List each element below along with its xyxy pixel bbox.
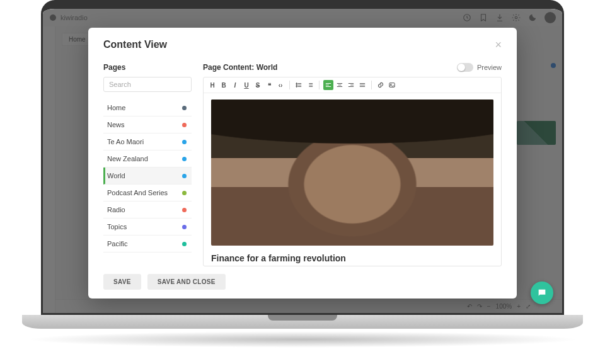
page-item-world[interactable]: World [103, 168, 192, 185]
page-item-label: Topics [107, 223, 127, 230]
toolbar-unordered-list[interactable] [294, 80, 304, 90]
save-button[interactable]: SAVE [103, 274, 141, 290]
svg-point-7 [296, 86, 297, 88]
page-item-label: Home [107, 104, 125, 111]
page-item-status-dot [182, 106, 187, 110]
page-item-radio[interactable]: Radio [103, 202, 192, 219]
page-item-status-dot [182, 225, 187, 229]
page-item-topics[interactable]: Topics [103, 219, 192, 236]
toolbar-quote[interactable]: ❝ [264, 80, 274, 90]
page-item-label: New Zealand [107, 155, 148, 162]
content-header-title: Page Content: World [203, 63, 277, 72]
pages-heading: Pages [103, 63, 192, 72]
toolbar-align-center[interactable] [335, 80, 345, 90]
page-item-label: Pacific [107, 240, 127, 247]
page-item-podcast-and-series[interactable]: Podcast And Series [103, 185, 192, 202]
toolbar-underline[interactable]: U [241, 80, 251, 90]
page-item-home[interactable]: Home [103, 100, 192, 117]
toolbar-code[interactable]: ‹› [275, 80, 285, 90]
toolbar-link[interactable] [376, 80, 386, 90]
preview-control: Preview [457, 63, 502, 72]
page-item-te-ao-maori[interactable]: Te Ao Maori [103, 134, 192, 151]
page-item-pacific[interactable]: Pacific [103, 236, 192, 253]
page-item-label: World [107, 172, 125, 179]
preview-label: Preview [477, 64, 502, 71]
toolbar-ordered-list[interactable] [305, 80, 315, 90]
editor: H B I U S ❝ ‹› [203, 77, 502, 266]
page-item-status-dot [182, 242, 187, 246]
toolbar-align-left[interactable] [323, 80, 333, 90]
content-view-modal: Content View × Pages HomeNewsTe Ao Maori… [88, 28, 517, 299]
page-item-label: Radio [107, 206, 125, 213]
toolbar-image[interactable] [387, 80, 397, 90]
article-title[interactable]: Finance for a farming revolution [211, 253, 493, 263]
toolbar-align-justify[interactable] [357, 80, 367, 90]
toolbar-heading[interactable]: H [207, 80, 217, 90]
page-item-label: News [107, 121, 125, 128]
pages-list: HomeNewsTe Ao MaoriNew ZealandWorldPodca… [103, 100, 192, 253]
toolbar-strike[interactable]: S [253, 80, 263, 90]
preview-toggle[interactable] [457, 63, 473, 72]
modal-title: Content View [103, 39, 167, 50]
page-item-status-dot [182, 123, 187, 127]
pages-panel: Pages HomeNewsTe Ao MaoriNew ZealandWorl… [103, 63, 192, 266]
svg-point-3 [296, 83, 297, 84]
toolbar-align-right[interactable] [346, 80, 356, 90]
pages-search-input[interactable] [103, 77, 192, 92]
editor-toolbar: H B I U S ❝ ‹› [204, 77, 501, 93]
page-item-status-dot [182, 157, 187, 161]
save-and-close-button[interactable]: SAVE AND CLOSE [147, 274, 226, 290]
close-icon[interactable]: × [495, 39, 502, 50]
chat-fab[interactable] [531, 282, 553, 304]
page-item-status-dot [182, 140, 187, 144]
page-item-status-dot [182, 174, 187, 178]
page-item-status-dot [182, 208, 187, 212]
page-item-new-zealand[interactable]: New Zealand [103, 151, 192, 168]
content-panel: Page Content: World Preview H B I U [203, 63, 502, 266]
laptop-mockup: kiwiradio Home ↶ [22, 0, 583, 364]
article-hero-image[interactable] [211, 100, 493, 246]
editor-content-area[interactable]: Finance for a farming revolution Soebats… [204, 93, 501, 266]
svg-point-5 [296, 84, 297, 86]
page-item-status-dot [182, 191, 187, 195]
page-item-news[interactable]: News [103, 117, 192, 134]
chat-icon [537, 288, 547, 298]
page-item-label: Podcast And Series [107, 189, 168, 196]
page-item-label: Te Ao Maori [107, 138, 144, 145]
toolbar-italic[interactable]: I [230, 80, 240, 90]
toolbar-bold[interactable]: B [219, 80, 229, 90]
